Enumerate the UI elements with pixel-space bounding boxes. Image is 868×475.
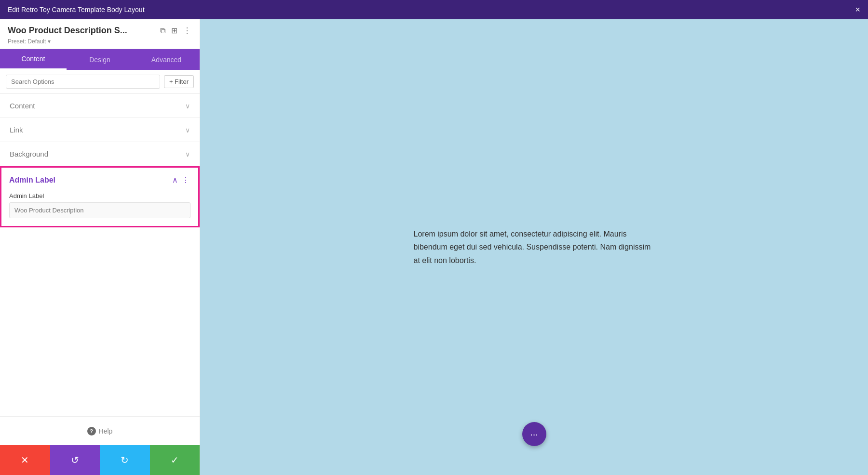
cancel-icon: ✕ [21,454,29,466]
close-button[interactable]: × [855,5,860,14]
layout-icon-button[interactable]: ⊞ [170,25,178,36]
sidebar: Woo Product Description S... ⧉ ⊞ ⋮ Prese… [0,19,200,475]
main-area: Woo Product Description S... ⧉ ⊞ ⋮ Prese… [0,19,868,475]
app-container: Edit Retro Toy Camera Template Body Layo… [0,0,868,475]
redo-button[interactable]: ↻ [100,445,150,475]
section-link[interactable]: Link ∨ [0,118,200,142]
chevron-up-icon: ∧ [172,175,178,185]
title-bar-text: Edit Retro Toy Camera Template Body Layo… [8,6,145,13]
canvas-area: Lorem ipsum dolor sit amet, consectetur … [200,19,868,475]
help-label: Help [99,427,113,435]
tab-design[interactable]: Design [67,49,133,70]
floating-action-button[interactable]: ··· [522,422,546,446]
chevron-down-icon-bg: ∨ [185,150,190,158]
redo-icon: ↻ [121,454,129,466]
sidebar-title-icons: ⧉ ⊞ ⋮ [159,25,192,36]
floating-icon: ··· [530,429,538,440]
undo-icon: ↺ [71,454,79,466]
section-link-label: Link [10,126,23,134]
section-content[interactable]: Content ∨ [0,94,200,118]
filter-button[interactable]: + Filter [164,75,194,88]
preset-label[interactable]: Preset: Default ▾ [8,38,192,45]
admin-label-body: Admin Label [1,192,198,226]
admin-label-field-label: Admin Label [9,192,190,199]
bottom-toolbar: ✕ ↺ ↻ ✓ [0,445,200,475]
title-bar: Edit Retro Toy Camera Template Body Layo… [0,0,868,19]
admin-label-more-icon[interactable]: ⋮ [181,174,190,185]
canvas-text: Lorem ipsum dolor sit amet, consectetur … [414,227,655,267]
search-input[interactable] [6,75,160,89]
tab-content[interactable]: Content [0,49,67,70]
chevron-down-icon: ∨ [185,102,190,110]
admin-label-section: Admin Label ∧ ⋮ Admin Label [0,166,200,227]
save-icon: ✓ [171,454,179,466]
cancel-button[interactable]: ✕ [0,445,50,475]
module-title: Woo Product Description S... [8,26,155,36]
save-button[interactable]: ✓ [150,445,200,475]
help-button[interactable]: ? Help [87,427,113,435]
more-icon-button[interactable]: ⋮ [182,25,192,36]
chevron-down-icon-link: ∨ [185,126,190,134]
section-background[interactable]: Background ∨ [0,142,200,166]
admin-label-header[interactable]: Admin Label ∧ ⋮ [1,168,198,192]
help-area: ? Help [0,416,200,445]
admin-label-icons: ∧ ⋮ [172,174,190,185]
tab-advanced[interactable]: Advanced [133,49,200,70]
section-content-label: Content [10,102,35,110]
admin-label-title: Admin Label [9,176,55,185]
copy-icon-button[interactable]: ⧉ [159,26,166,36]
sidebar-title-row: Woo Product Description S... ⧉ ⊞ ⋮ [8,25,192,36]
search-area: + Filter [0,70,200,94]
section-background-label: Background [10,150,48,158]
admin-label-input[interactable] [9,202,190,218]
help-icon: ? [87,427,96,435]
sidebar-header: Woo Product Description S... ⧉ ⊞ ⋮ Prese… [0,19,200,49]
undo-button[interactable]: ↺ [50,445,100,475]
tabs-container: Content Design Advanced [0,49,200,70]
sections-list: Content ∨ Link ∨ Background ∨ Admin Labe… [0,94,200,416]
